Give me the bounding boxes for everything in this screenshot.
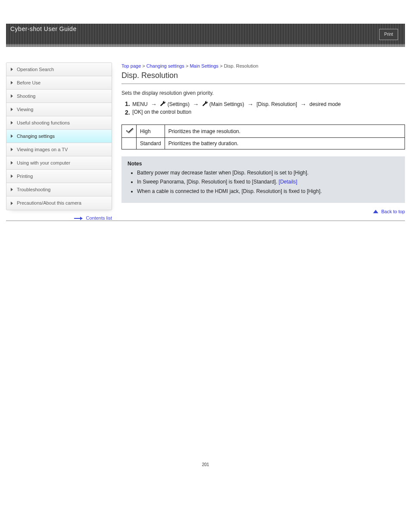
wrench-icon xyxy=(160,101,166,107)
list-item: In Sweep Panorama, [Disp. Resolution] is… xyxy=(137,178,399,186)
breadcrumb-category[interactable]: Changing settings xyxy=(146,63,184,68)
sidebar-item-label: Viewing images on a TV xyxy=(17,147,68,152)
breadcrumb: Top page > Changing settings > Main Sett… xyxy=(121,63,405,68)
sidebar: Operation SearchBefore UseShootingViewin… xyxy=(6,62,112,221)
print-button[interactable]: Print xyxy=(379,29,398,40)
sidebar-item-label: Operation Search xyxy=(17,67,54,72)
table-row: Standard Prioritizes the battery duratio… xyxy=(122,138,405,149)
sidebar-item[interactable]: Troubleshooting xyxy=(6,183,112,196)
chevron-right-icon xyxy=(11,134,13,138)
arrow-icon: → xyxy=(151,101,157,108)
page-title: Disp. Resolution xyxy=(121,71,405,80)
options-table: High Prioritizes the image resolution. S… xyxy=(121,124,405,149)
sidebar-item-label: Changing settings xyxy=(17,134,55,139)
step-1: 1. MENU → (Settings) → (Main Settings) xyxy=(125,100,405,107)
chevron-right-icon xyxy=(11,188,13,191)
divider xyxy=(121,84,405,84)
chevron-right-icon xyxy=(11,94,13,98)
arrow-icon: → xyxy=(300,101,306,108)
breadcrumb-subcategory[interactable]: Main Settings xyxy=(190,63,218,68)
contents-list-link[interactable]: Contents list xyxy=(6,215,112,221)
arrow-icon: → xyxy=(193,101,199,108)
chevron-right-icon xyxy=(11,68,13,71)
details-link[interactable]: [Details] xyxy=(279,179,297,185)
page-number: 201 xyxy=(0,462,411,467)
sidebar-item[interactable]: Operation Search xyxy=(6,63,112,76)
article: Top page > Changing settings > Main Sett… xyxy=(121,62,405,221)
header-banner: Cyber-shot User Guide Print xyxy=(6,24,405,44)
sidebar-item-label: Shooting xyxy=(17,93,35,99)
notes-list: Battery power may decrease faster when [… xyxy=(137,169,399,195)
breadcrumb-top[interactable]: Top page xyxy=(121,63,141,68)
sidebar-item-label: Using with your computer xyxy=(17,160,70,165)
table-row: High Prioritizes the image resolution. xyxy=(122,125,405,138)
arrow-right-icon xyxy=(74,217,83,220)
sidebar-item[interactable]: Shooting xyxy=(6,90,112,103)
chevron-right-icon xyxy=(11,174,13,178)
list-item: Battery power may decrease faster when [… xyxy=(137,169,399,177)
sidebar-item-label: Viewing xyxy=(17,107,33,112)
sidebar-item-label: Useful shooting functions xyxy=(17,120,70,125)
back-to-top-link[interactable]: Back to top xyxy=(121,209,405,214)
contents-list-label: Contents list xyxy=(86,215,112,221)
chevron-right-icon xyxy=(11,161,13,165)
chevron-right-icon xyxy=(11,121,13,124)
check-icon xyxy=(126,128,133,133)
chevron-right-icon xyxy=(11,202,13,205)
sidebar-item[interactable]: Printing xyxy=(6,170,112,183)
sidebar-item[interactable]: Precautions/About this camera xyxy=(6,196,112,210)
chevron-right-icon xyxy=(11,148,13,151)
sidebar-item-label: Printing xyxy=(17,174,33,179)
chevron-right-icon xyxy=(11,108,13,111)
guide-title: Cyber-shot User Guide xyxy=(10,25,77,32)
triangle-up-icon xyxy=(373,210,378,213)
arrow-icon: → xyxy=(247,101,253,108)
sidebar-item[interactable]: Useful shooting functions xyxy=(6,116,112,130)
chevron-right-icon xyxy=(11,81,13,84)
sidebar-item-label: Troubleshooting xyxy=(17,187,50,192)
default-check-cell xyxy=(122,125,137,138)
sidebar-list: Operation SearchBefore UseShootingViewin… xyxy=(6,62,112,210)
sidebar-item[interactable]: Viewing images on a TV xyxy=(6,143,112,156)
wrench-icon xyxy=(202,101,208,107)
intro-text: Sets the display resolution given priori… xyxy=(121,90,405,96)
notes-box: Notes Battery power may decrease faster … xyxy=(121,156,405,203)
list-item: When a cable is connected to the HDMI ja… xyxy=(137,188,399,195)
sidebar-item[interactable]: Using with your computer xyxy=(6,156,112,170)
breadcrumb-current: Disp. Resolution xyxy=(224,63,258,68)
sidebar-item-label: Precautions/About this camera xyxy=(17,200,81,205)
sidebar-item[interactable]: Viewing xyxy=(6,103,112,116)
sidebar-item[interactable]: Before Use xyxy=(6,76,112,90)
step-2: 2. [OK] on the control button xyxy=(125,109,405,116)
notes-title: Notes xyxy=(128,161,399,167)
footer-rule xyxy=(6,221,405,221)
steps: 1. MENU → (Settings) → (Main Settings) xyxy=(125,100,405,116)
sidebar-item[interactable]: Changing settings xyxy=(6,130,112,143)
sidebar-item-label: Before Use xyxy=(17,80,40,85)
